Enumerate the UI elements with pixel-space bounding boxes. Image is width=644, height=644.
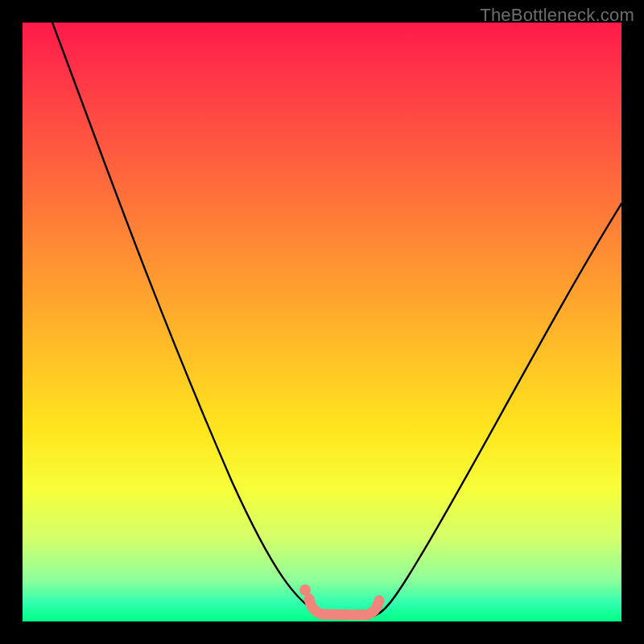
optimal-marker-dot	[299, 584, 311, 596]
bottleneck-curve	[52, 23, 621, 617]
watermark-text: TheBottleneck.com	[480, 5, 634, 26]
chart-svg	[23, 23, 621, 621]
optimal-zone-bracket	[309, 599, 379, 615]
chart-frame: TheBottleneck.com	[0, 0, 644, 644]
